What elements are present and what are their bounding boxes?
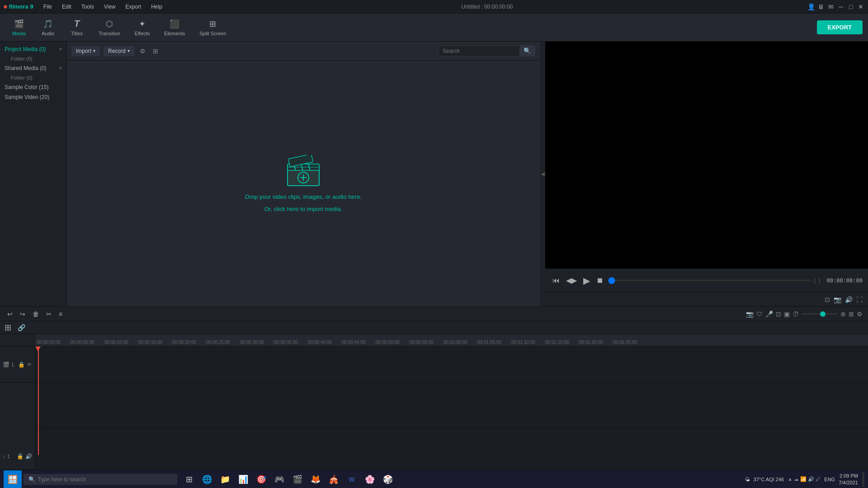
search-icon: 🔍 bbox=[28, 476, 35, 483]
time-display: 00:00:00:00 bbox=[827, 277, 863, 284]
filter-button[interactable]: ⚙ bbox=[138, 47, 147, 56]
export-button[interactable]: EXPORT bbox=[817, 20, 863, 34]
menu-file[interactable]: File bbox=[39, 3, 57, 11]
taskbar-edge[interactable]: 🌐 bbox=[199, 471, 215, 488]
record-button[interactable]: Record ▾ bbox=[104, 46, 134, 56]
menu-export[interactable]: Export bbox=[121, 3, 146, 11]
show-desktop-button[interactable] bbox=[863, 472, 864, 487]
mic-icon[interactable]: 🎤 bbox=[765, 310, 773, 318]
weather-temp: 37°C AQI 246 bbox=[754, 477, 784, 482]
audio-volume-icon[interactable]: 🔊 bbox=[25, 453, 32, 460]
transition-label: Transition bbox=[99, 31, 120, 36]
search-button[interactable]: 🔍 bbox=[520, 45, 535, 56]
panel-collapse-handle[interactable]: ◀ bbox=[540, 42, 545, 306]
menu-help[interactable]: Help bbox=[146, 3, 167, 11]
start-button[interactable]: 🪟 bbox=[4, 470, 22, 488]
maximize-button[interactable]: □ bbox=[847, 3, 854, 10]
play-button[interactable]: ▶ bbox=[581, 274, 592, 287]
preview-area: ⏮ ◀▶ ▶ ⏹ { } 00:00:00:00 ⊡ 📷 🔊 ⛶ bbox=[545, 42, 868, 306]
zoom-in-icon[interactable]: ⊕ bbox=[840, 310, 846, 318]
taskbar-word[interactable]: W bbox=[344, 471, 360, 488]
taskbar-filmora[interactable]: 🎬 bbox=[289, 471, 306, 488]
taskbar-multitasking[interactable]: ⊞ bbox=[181, 471, 197, 488]
media-drop-area[interactable]: Drop your video clips, images, or audio … bbox=[67, 61, 540, 306]
preview-video bbox=[545, 42, 868, 268]
audio-lock-icon[interactable]: 🔒 bbox=[17, 453, 24, 460]
taskbar-search-input[interactable] bbox=[38, 476, 172, 483]
video-track-label: 🎬 1 🔒 👁 bbox=[0, 347, 35, 383]
close-button[interactable]: ✕ bbox=[857, 3, 864, 10]
settings-icon[interactable]: ⚙ bbox=[857, 310, 863, 318]
preview-timeline-slider[interactable] bbox=[608, 280, 811, 281]
volume-icon[interactable]: 🔊 bbox=[845, 296, 853, 303]
import-button[interactable]: Import ▾ bbox=[71, 46, 100, 56]
fullscreen-icon[interactable]: ⛶ bbox=[856, 296, 863, 303]
pip-icon[interactable]: ▣ bbox=[784, 310, 790, 318]
taskbar-app8[interactable]: 🎪 bbox=[326, 471, 342, 488]
mail-icon[interactable]: ✉ bbox=[827, 3, 835, 10]
toolbar-splitscreen[interactable]: ⊞ Split Screen bbox=[193, 17, 232, 38]
stop-button[interactable]: ⏹ bbox=[594, 276, 605, 286]
toolbar-elements[interactable]: ⬛ Elements bbox=[158, 17, 191, 38]
view-toggle-button[interactable]: ⊞ bbox=[151, 47, 160, 56]
lock-icon[interactable]: 🔒 bbox=[18, 361, 25, 368]
toolbar-titles[interactable]: T Titles bbox=[63, 17, 90, 38]
titles-label: Titles bbox=[71, 31, 83, 36]
snapshot-icon[interactable]: 📷 bbox=[834, 296, 841, 303]
taskbar-app11[interactable]: 🎲 bbox=[380, 471, 396, 488]
taskbar-excel[interactable]: 📊 bbox=[235, 471, 251, 488]
search-input[interactable] bbox=[439, 46, 520, 56]
sidebar-shared-media[interactable]: Shared Media (0) ▾ bbox=[0, 63, 66, 73]
transition-icon: ⬡ bbox=[106, 19, 113, 29]
add-media-button[interactable]: ⊞ bbox=[3, 322, 13, 333]
sidebar-folder-1[interactable]: Folder (0) bbox=[0, 54, 66, 63]
taskbar-powerpoint[interactable]: 🎯 bbox=[253, 471, 269, 488]
eye-icon[interactable]: 👁 bbox=[27, 361, 32, 368]
menu-tools[interactable]: Tools bbox=[77, 3, 99, 11]
cut-button[interactable]: ✂ bbox=[44, 310, 53, 319]
list-button[interactable]: ≡ bbox=[57, 310, 64, 319]
ruler-mark-14: 00:01:10:00 bbox=[510, 340, 535, 346]
screen-icon[interactable]: 🖥 bbox=[817, 3, 825, 10]
play-reverse-button[interactable]: ◀▶ bbox=[564, 275, 579, 286]
clapper-icon bbox=[285, 155, 321, 188]
audio-icon: 🎵 bbox=[43, 19, 53, 29]
video-track-icon: 🎬 bbox=[3, 361, 9, 368]
taskbar-firefox[interactable]: 🦊 bbox=[307, 471, 324, 488]
sidebar-project-media[interactable]: Project Media (0) ▾ bbox=[0, 44, 66, 54]
menu-edit[interactable]: Edit bbox=[57, 3, 76, 11]
toolbar-media[interactable]: 🎬 Media bbox=[5, 17, 33, 38]
taskbar-search[interactable]: 🔍 bbox=[24, 474, 177, 485]
effects-icon: ✦ bbox=[139, 19, 146, 29]
redo-button[interactable]: ↪ bbox=[18, 310, 27, 319]
overlay-icon[interactable]: ⊡ bbox=[776, 310, 781, 318]
language-indicator[interactable]: ENG bbox=[824, 477, 835, 482]
camera-icon[interactable]: 📷 bbox=[746, 310, 754, 318]
user-icon[interactable]: 👤 bbox=[807, 3, 815, 10]
minimize-button[interactable]: ─ bbox=[837, 3, 844, 10]
shield-icon[interactable]: 🛡 bbox=[756, 310, 763, 318]
sidebar-folder-2[interactable]: Folder (0) bbox=[0, 73, 66, 82]
taskbar-explorer[interactable]: 📁 bbox=[217, 471, 233, 488]
undo-button[interactable]: ↩ bbox=[5, 310, 14, 319]
toolbar-effects[interactable]: ✦ Effects bbox=[128, 17, 156, 38]
menu-view[interactable]: View bbox=[99, 3, 120, 11]
taskbar-app10[interactable]: 🌸 bbox=[362, 471, 378, 488]
media-area: Import ▾ Record ▾ ⚙ ⊞ 🔍 bbox=[67, 42, 540, 306]
toolbar-transition[interactable]: ⬡ Transition bbox=[92, 17, 127, 38]
sidebar-sample-video[interactable]: Sample Video (20) bbox=[0, 92, 66, 102]
ruler-mark-16: 00:01:20:00 bbox=[578, 340, 603, 346]
prev-frame-button[interactable]: ⏮ bbox=[551, 276, 561, 286]
crop-icon[interactable]: ⊡ bbox=[825, 296, 830, 303]
delete-button[interactable]: 🗑 bbox=[31, 310, 41, 319]
zoom-slider[interactable] bbox=[802, 313, 838, 314]
taskbar-app5[interactable]: 🎮 bbox=[271, 471, 288, 488]
ruler-mark-15: 00:01:15:00 bbox=[544, 340, 569, 346]
link-button[interactable]: 🔗 bbox=[16, 323, 27, 332]
toolbar-audio[interactable]: 🎵 Audio bbox=[34, 17, 61, 38]
ruler-mark-7: 00:00:35:00 bbox=[273, 340, 298, 346]
grid-icon[interactable]: ⊞ bbox=[849, 310, 854, 318]
ruler-mark-4: 00:00:20:00 bbox=[171, 340, 196, 346]
clock-icon[interactable]: ⏱ bbox=[793, 310, 799, 318]
sidebar-sample-color[interactable]: Sample Color (15) bbox=[0, 82, 66, 92]
